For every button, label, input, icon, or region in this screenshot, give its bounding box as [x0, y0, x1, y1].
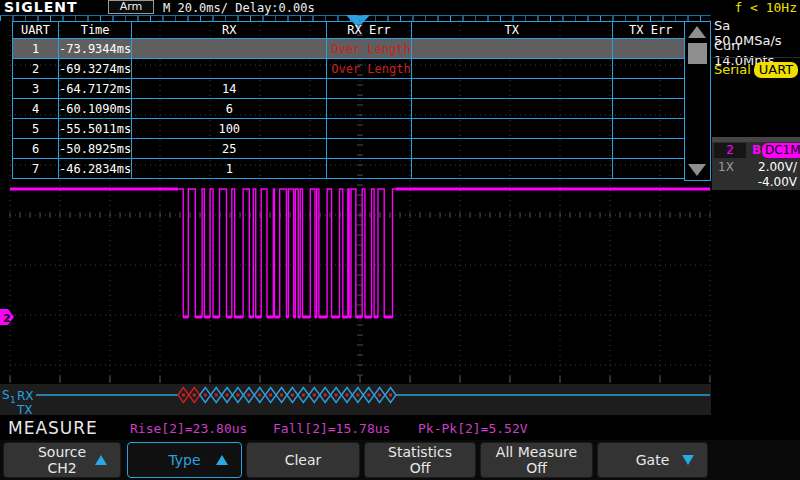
softkey-sublabel: CH2 — [47, 460, 76, 476]
table-row[interactable]: 3-64.7172ms14 — [13, 79, 690, 99]
table-cell-tx — [411, 59, 612, 79]
table-cell-index: 6 — [13, 139, 59, 159]
table-cell-index: 5 — [13, 119, 59, 139]
column-header: RX Err — [327, 22, 411, 39]
sidebar-divider — [711, 57, 800, 58]
table-cell-index: 3 — [13, 79, 59, 99]
right-sidebar: Sa 50.0MSa/s Curr 14.0Mpts SerialUART 2 … — [711, 15, 800, 415]
table-row[interactable]: 2-69.3274msOver Length — [13, 59, 690, 79]
table-cell-rx_err — [327, 99, 411, 119]
table-cell-time: -64.7172ms — [59, 79, 132, 99]
table-cell-rx_err — [327, 119, 411, 139]
top-status-bar: SIGLENT Arm M 20.0ms/ Delay:0.00s f < 10… — [0, 0, 800, 15]
table-cell-time: -60.1090ms — [59, 99, 132, 119]
oscilloscope-screen: SIGLENT Arm M 20.0ms/ Delay:0.00s f < 10… — [0, 0, 800, 480]
serial-label: Serial — [714, 62, 751, 77]
table-row[interactable]: 5-55.5011ms100 — [13, 119, 690, 139]
scroll-down-icon[interactable] — [688, 164, 706, 176]
table-cell-tx_err — [612, 139, 689, 159]
svg-text:1: 1 — [10, 395, 16, 405]
svg-text:S: S — [2, 388, 10, 402]
column-header: RX — [132, 22, 327, 39]
table-cell-tx — [411, 139, 612, 159]
softkey-sublabel: Off — [526, 460, 547, 476]
softkey-label: Clear — [285, 452, 322, 468]
softkey-source[interactable]: SourceCH2 — [3, 442, 121, 478]
table-cell-tx — [411, 159, 612, 179]
table-cell-tx — [411, 99, 612, 119]
table-cell-time: -73.9344ms — [59, 39, 132, 59]
softkey-all-measure[interactable]: All MeasureOff — [480, 442, 593, 478]
softkey-type[interactable]: Type — [127, 442, 242, 478]
probe-attenuation: 1X — [718, 160, 734, 174]
chevron-down-icon — [682, 455, 694, 465]
softkey-label: All Measure — [496, 444, 577, 460]
measurement-fall: Fall[2]=15.78us — [273, 421, 390, 436]
table-cell-index: 7 — [13, 159, 59, 179]
table-cell-rx: 14 — [132, 79, 327, 99]
table-cell-rx_err — [327, 159, 411, 179]
column-header: Time — [59, 22, 132, 39]
serial-protocol-badge: UART — [754, 62, 798, 78]
table-cell-time: -50.8925ms — [59, 139, 132, 159]
table-cell-index: 1 — [13, 39, 59, 59]
channel-number: 2 — [714, 143, 746, 158]
softkey-label: Type — [168, 452, 200, 468]
volts-per-div: 2.00V/ — [758, 160, 797, 174]
table-cell-tx — [411, 119, 612, 139]
measurement-rise: Rise[2]=23.80us — [130, 421, 247, 436]
table-cell-time: -46.2834ms — [59, 159, 132, 179]
bandwidth-limit-indicator: B — [752, 143, 761, 157]
table-cell-tx_err — [612, 159, 689, 179]
channel-offset: -4.00V — [758, 175, 797, 189]
measure-title: MEASURE — [8, 418, 98, 438]
svg-text:RX: RX — [17, 389, 34, 403]
table-cell-rx: 1 — [132, 159, 327, 179]
table-cell-index: 4 — [13, 99, 59, 119]
column-header: TX — [411, 22, 612, 39]
table-cell-index: 2 — [13, 59, 59, 79]
svg-text:TX: TX — [16, 403, 33, 415]
softkey-clear[interactable]: Clear — [246, 442, 360, 478]
table-cell-tx_err — [612, 99, 689, 119]
svg-text:2: 2 — [3, 312, 11, 325]
table-cell-rx — [132, 39, 327, 59]
table-cell-tx_err — [612, 59, 689, 79]
table-row[interactable]: 6-50.8925ms25 — [13, 139, 690, 159]
table-scrollbar[interactable] — [684, 21, 711, 181]
brand-logo: SIGLENT — [4, 0, 78, 15]
table-cell-tx_err — [612, 39, 689, 59]
softkey-label: Source — [38, 444, 86, 460]
column-header: UART — [13, 22, 59, 39]
chevron-up-icon — [216, 455, 228, 465]
coupling-badge: DC1M — [762, 143, 800, 158]
table-cell-tx_err — [612, 119, 689, 139]
scroll-up-icon[interactable] — [688, 26, 706, 38]
table-cell-tx_err — [612, 79, 689, 99]
table-row[interactable]: 4-60.1090ms6 — [13, 99, 690, 119]
table-row[interactable]: 7-46.2834ms1 — [13, 159, 690, 179]
softkey-statistics[interactable]: StatisticsOff — [364, 442, 476, 478]
channel2-info-box[interactable]: 2 B DC1M 1X 2.00V/ -4.00V — [712, 137, 800, 190]
column-header: TX Err — [612, 22, 689, 39]
table-header-row: UARTTimeRXRX ErrTXTX Err — [13, 22, 690, 39]
serial-decode-status[interactable]: SerialUART — [714, 62, 798, 78]
softkey-sublabel: Off — [410, 460, 431, 476]
chevron-up-icon — [95, 455, 107, 465]
softkey-gate[interactable]: Gate — [597, 442, 708, 478]
table-cell-rx_err — [327, 79, 411, 99]
scrollbar-thumb[interactable] — [688, 43, 707, 64]
table-cell-tx — [411, 39, 612, 59]
table-cell-rx: 100 — [132, 119, 327, 139]
timebase-readout: M 20.0ms/ Delay:0.00s — [163, 1, 315, 15]
table-cell-rx_err: Over Length — [327, 59, 411, 79]
softkey-menu: SourceCH2TypeClearStatisticsOffAll Measu… — [0, 440, 800, 480]
table-cell-rx_err — [327, 139, 411, 159]
table-cell-time: -55.5011ms — [59, 119, 132, 139]
table-cell-rx: 25 — [132, 139, 327, 159]
table-cell-rx: 6 — [132, 99, 327, 119]
frequency-counter: f < 10Hz — [734, 0, 797, 15]
table-row[interactable]: 1-73.9344msOver Length — [13, 39, 690, 59]
measurement-pkpk: Pk-Pk[2]=5.52V — [418, 421, 528, 436]
softkey-label: Statistics — [388, 444, 452, 460]
